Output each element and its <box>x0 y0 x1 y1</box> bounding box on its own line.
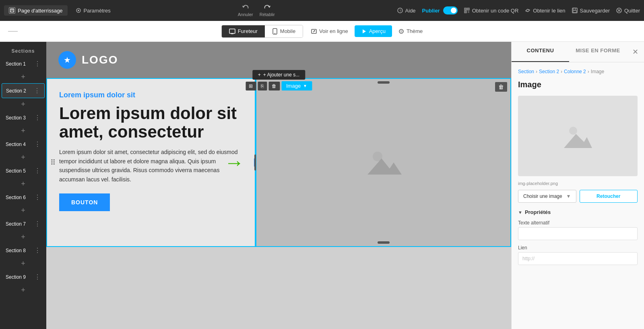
add-after-section-7[interactable]: + <box>0 231 46 243</box>
breadcrumb-colonne2[interactable]: Colonne 2 <box>564 69 586 74</box>
panel-close-button[interactable]: ✕ <box>627 42 644 62</box>
add-after-section-4[interactable]: + <box>0 152 46 163</box>
sidebar-item-section-5[interactable]: Section 5 ⋮ <box>2 164 45 178</box>
panel-tabs: CONTENU MISE EN FORME ✕ <box>512 42 644 62</box>
add-after-section-3[interactable]: + <box>0 125 46 137</box>
choose-image-arrow-icon: ▼ <box>566 193 571 199</box>
params-tab[interactable]: Paramètres <box>71 6 116 16</box>
section-2-menu-icon[interactable]: ⋮ <box>34 87 40 95</box>
fureteur-label: Fureteur <box>238 28 258 34</box>
sidebar-item-section-6[interactable]: Section 6 ⋮ <box>2 190 45 204</box>
tab-mise-en-forme[interactable]: MISE EN FORME <box>569 42 627 62</box>
tab-contenu[interactable]: CONTENU <box>512 42 569 62</box>
section-8-menu-icon[interactable]: ⋮ <box>34 247 41 254</box>
aide-button[interactable]: ? Aide <box>397 8 416 14</box>
properties-header[interactable]: ▼ Propriétés <box>518 209 638 215</box>
add-section-bar[interactable]: + + Ajouter une s... <box>252 70 305 80</box>
retouch-button[interactable]: Retoucher <box>580 190 638 203</box>
svg-rect-21 <box>229 29 235 33</box>
svg-point-25 <box>275 33 275 34</box>
add-after-section-8[interactable]: + <box>0 258 46 269</box>
theme-label: Thème <box>407 28 423 34</box>
publish-toggle[interactable] <box>443 6 458 14</box>
section-1-menu-icon[interactable]: ⋮ <box>34 60 41 68</box>
voir-en-ligne-button[interactable]: Voir en ligne <box>311 28 348 34</box>
link-label: Lien <box>518 245 638 251</box>
breadcrumb-section[interactable]: Section <box>518 69 534 74</box>
publier-button[interactable]: Publier <box>422 6 458 14</box>
svg-marker-27 <box>363 29 366 33</box>
svg-marker-30 <box>367 158 402 175</box>
theme-button[interactable]: Thème <box>398 28 423 34</box>
alt-text-input[interactable] <box>518 227 638 240</box>
element-label-badge[interactable]: Image ▼ <box>281 81 312 90</box>
add-after-section-5[interactable]: + <box>0 178 46 190</box>
image-column[interactable]: 🗑 → <box>256 78 511 247</box>
text-subtitle: Lorem ipsum dolor sit <box>59 91 243 99</box>
breadcrumb-section2[interactable]: Section 2 <box>539 69 559 74</box>
save-label: Sauvegarder <box>580 8 610 14</box>
resize-handle-top[interactable] <box>378 81 390 84</box>
sidebar-item-section-9[interactable]: Section 9 ⋮ <box>2 270 45 284</box>
aide-label: Aide <box>405 8 416 14</box>
add-section-icon: + <box>258 72 261 78</box>
image-delete-btn[interactable]: 🗑 <box>495 82 507 92</box>
apercu-button[interactable]: Aperçu <box>355 25 392 37</box>
sidebar-item-section-4[interactable]: Section 4 ⋮ <box>2 137 45 151</box>
retouch-label: Retoucher <box>597 193 620 199</box>
logo-icon: ★ <box>58 51 76 69</box>
element-copy-btn[interactable]: ⎘ <box>258 82 267 90</box>
add-after-section-6[interactable]: + <box>0 205 46 216</box>
content-section: ⊞ ⎘ 🗑 Image ▼ ⠿ Lorem ipsum dolor sit Lo… <box>46 78 511 247</box>
section-5-label: Section 5 <box>6 168 26 174</box>
section-5-menu-icon[interactable]: ⋮ <box>34 167 41 175</box>
col-resize-handle[interactable] <box>254 154 256 171</box>
sidebar-item-section-8[interactable]: Section 8 ⋮ <box>2 243 45 257</box>
svg-rect-11 <box>468 9 469 10</box>
sidebar-title: Sections <box>0 46 46 56</box>
section-3-menu-icon[interactable]: ⋮ <box>34 114 41 121</box>
text-button[interactable]: BOUTON <box>59 193 110 211</box>
save-button[interactable]: Sauvegarder <box>572 8 610 14</box>
add-after-section-2[interactable]: + <box>0 99 46 110</box>
canvas-area[interactable]: ★ LOGO + + Ajouter une s... ⊞ ⎘ 🗑 Imag <box>46 42 511 329</box>
redo-label: Rétablir <box>260 12 275 17</box>
element-dropdown-icon[interactable]: ▼ <box>303 84 307 88</box>
add-after-section-1[interactable]: + <box>0 71 46 83</box>
section-7-menu-icon[interactable]: ⋮ <box>34 220 41 228</box>
element-delete-btn[interactable]: 🗑 <box>268 82 280 90</box>
choose-image-button[interactable]: Choisir une image ▼ <box>518 190 576 203</box>
sidebar-item-section-7[interactable]: Section 7 ⋮ <box>2 217 45 231</box>
page-tab[interactable]: Page d'atterrissage <box>4 5 68 16</box>
resize-handle-bottom[interactable] <box>378 241 390 244</box>
logo-text: LOGO <box>82 53 118 66</box>
quit-button[interactable]: Quitter <box>616 8 640 14</box>
image-filename: img-placeholder.png <box>518 181 638 186</box>
breadcrumb-sep2: › <box>561 69 562 74</box>
element-move-btn[interactable]: ⊞ <box>246 82 256 90</box>
canvas-inner: ★ LOGO + + Ajouter une s... ⊞ ⎘ 🗑 Imag <box>46 42 511 329</box>
sidebar-item-section-3[interactable]: Section 3 ⋮ <box>2 111 45 125</box>
link-input[interactable] <box>518 252 638 265</box>
section-6-menu-icon[interactable]: ⋮ <box>34 193 41 201</box>
top-toolbar: Page d'atterrissage Paramètres Annuler R… <box>0 0 644 21</box>
qr-button[interactable]: Obtenir un code QR <box>464 8 519 14</box>
drag-handle-left[interactable]: ⠿ <box>50 158 56 167</box>
fureteur-tab[interactable]: Fureteur <box>222 25 265 37</box>
svg-text:?: ? <box>399 9 401 13</box>
second-toolbar: Fureteur Mobile Voir en ligne Aperçu Thè… <box>0 21 644 42</box>
left-sidebar: Sections Section 1 ⋮ + Section 2 ⋮ + Sec… <box>0 42 46 329</box>
properties-label: Propriétés <box>525 209 551 215</box>
section-9-menu-icon[interactable]: ⋮ <box>34 273 41 281</box>
breadcrumb-sep1: › <box>536 69 537 74</box>
sidebar-item-section-1[interactable]: Section 1 ⋮ <box>2 57 45 71</box>
sidebar-item-section-2[interactable]: Section 2 ⋮ <box>2 83 45 98</box>
link-button[interactable]: Obtenir le lien <box>525 8 565 14</box>
right-panel: CONTENU MISE EN FORME ✕ Section › Sectio… <box>511 42 644 329</box>
undo-button[interactable]: Annuler <box>238 4 253 17</box>
section-4-menu-icon[interactable]: ⋮ <box>34 140 41 148</box>
mobile-label: Mobile <box>280 28 295 34</box>
mobile-tab[interactable]: Mobile <box>265 25 303 37</box>
redo-button[interactable]: Rétablir <box>260 4 275 17</box>
add-after-section-9[interactable]: + <box>0 284 46 296</box>
